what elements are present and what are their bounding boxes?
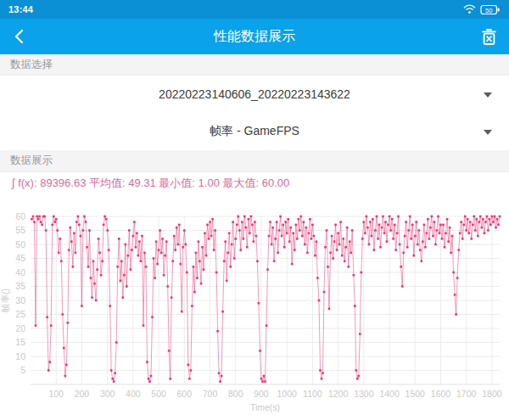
page-title: 性能数据展示 [0,19,509,54]
svg-text:200: 200 [75,389,90,399]
delete-button[interactable] [478,26,499,47]
svg-text:5: 5 [20,365,25,375]
svg-text:帧率(): 帧率() [0,288,10,312]
svg-text:Time(s): Time(s) [250,402,280,412]
battery-icon: 50 [480,4,501,15]
svg-text:800: 800 [228,389,243,399]
svg-text:400: 400 [126,389,141,399]
clock-text: 13:44 [8,4,33,14]
svg-text:50: 50 [15,239,25,249]
svg-text:1200: 1200 [328,389,349,399]
app-header: 性能数据展示 [0,19,509,54]
svg-text:1600: 1600 [431,389,451,399]
svg-text:300: 300 [100,389,115,399]
svg-text:10: 10 [15,351,25,361]
dataset-dropdown-value: 20220223140606_20220223143622 [159,87,350,101]
wifi-icon [463,4,476,14]
svg-text:500: 500 [151,389,166,399]
status-bar: 13:44 50 [0,0,509,19]
svg-text:700: 700 [203,389,218,399]
svg-text:1800: 1800 [482,389,502,399]
svg-text:40: 40 [15,267,25,277]
metric-dropdown-value: 帧率 - GameFPS [210,124,299,139]
svg-text:25: 25 [15,309,25,319]
summary-stats: ∫ f(x): 89396.63 平均值: 49.31 最小值: 1.00 最大… [12,176,497,191]
section-label-data-display: 数据展示 [0,150,509,172]
svg-text:1000: 1000 [277,389,298,399]
svg-text:600: 600 [177,389,193,399]
svg-text:35: 35 [15,281,25,291]
svg-text:1400: 1400 [379,389,400,399]
fps-line-chart: 5101520253035404550556010020030040050060… [0,199,509,420]
svg-text:100: 100 [48,389,64,399]
svg-text:15: 15 [15,337,25,347]
svg-text:1700: 1700 [456,389,477,399]
performance-data-page: 13:44 50 性能数据展示 [0,0,509,420]
svg-text:30: 30 [15,295,25,305]
svg-text:1500: 1500 [406,389,426,399]
svg-text:900: 900 [254,389,269,399]
svg-text:45: 45 [15,253,25,263]
svg-text:20: 20 [15,323,25,333]
chevron-down-icon [484,130,492,135]
section-label-data-select: 数据选择 [0,54,509,76]
trash-x-icon [481,28,497,46]
chevron-left-icon [11,28,28,45]
svg-text:1300: 1300 [354,389,374,399]
svg-text:55: 55 [15,225,25,235]
dataset-dropdown[interactable]: 20220223140606_20220223143622 [0,76,509,114]
svg-text:1100: 1100 [303,389,322,399]
battery-level-text: 50 [485,6,492,14]
fps-chart: 5101520253035404550556010020030040050060… [0,199,509,420]
chevron-down-icon [484,92,492,98]
metric-dropdown[interactable]: 帧率 - GameFPS [0,113,509,150]
svg-text:60: 60 [15,211,25,221]
back-button[interactable] [8,25,31,48]
